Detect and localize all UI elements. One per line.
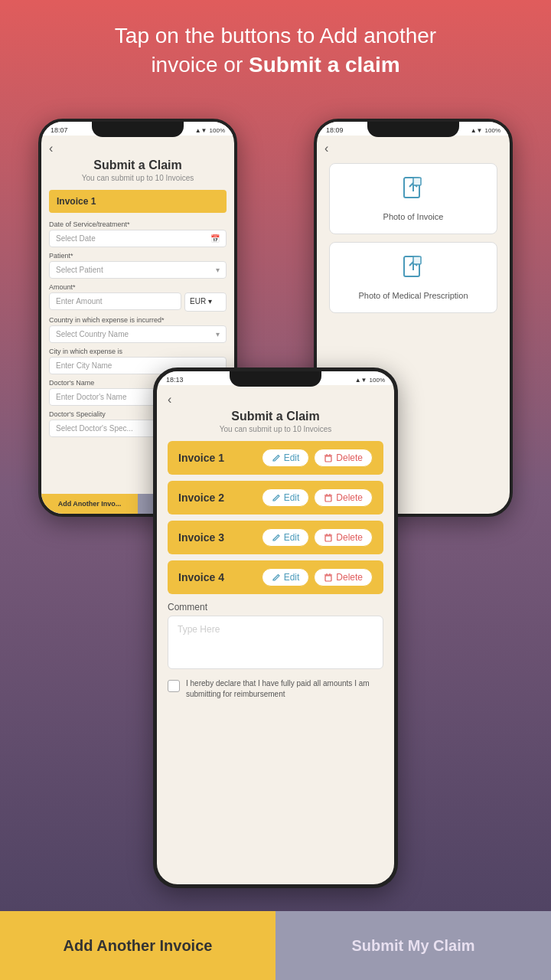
comment-label: Comment xyxy=(168,602,383,612)
declaration-text: I hereby declare that I have fully paid … xyxy=(186,678,383,700)
svg-rect-10 xyxy=(325,496,331,501)
invoice-3-btns: Edit Delete xyxy=(262,528,373,547)
phone2-back-btn[interactable]: ‹ xyxy=(324,142,502,155)
date-label: Date of Service/treatment* xyxy=(49,220,227,228)
date-input[interactable]: Select Date 📅 xyxy=(49,230,227,247)
currency-select[interactable]: EUR ▾ xyxy=(184,292,227,312)
invoice-row-2: Invoice 2 Edit Delete xyxy=(168,481,383,514)
invoice-row-1: Invoice 1 Edit Delete xyxy=(168,441,383,475)
svg-rect-5 xyxy=(413,256,421,264)
phone1-subtitle: You can submit up to 10 Invoices xyxy=(49,174,227,182)
invoice-1-label: Invoice 1 xyxy=(178,452,224,464)
upload-prescription-icon xyxy=(342,255,484,288)
invoice-2-edit-btn[interactable]: Edit xyxy=(262,488,310,507)
invoice-3-edit-btn[interactable]: Edit xyxy=(262,528,310,547)
invoice-1-edit-btn[interactable]: Edit xyxy=(262,449,310,467)
phone1-invoice-label: Invoice 1 xyxy=(49,190,227,213)
invoice-4-btns: Edit Delete xyxy=(262,568,373,586)
country-input[interactable]: Select Country Name ▾ xyxy=(49,325,227,343)
photo-prescription-label: Photo of Medical Prescription xyxy=(342,291,484,300)
invoice-3-delete-btn[interactable]: Delete xyxy=(314,528,373,547)
invoice-2-btns: Edit Delete xyxy=(262,488,373,507)
phone-notch-1 xyxy=(92,122,184,137)
invoice-row-3: Invoice 3 Edit Delete xyxy=(168,521,383,554)
invoice-list: Invoice 1 Edit Delete Invoice 2 xyxy=(168,441,383,594)
phone-mockup-3: 18:13 ▲▼ 100% ‹ Submit a Claim You can s… xyxy=(153,368,398,888)
phone1-back-btn[interactable]: ‹ xyxy=(49,142,227,155)
comment-input[interactable]: Type Here xyxy=(168,616,383,669)
phone3-content: ‹ Submit a Claim You can submit up to 10… xyxy=(157,385,394,877)
phone1-title: Submit a Claim xyxy=(49,158,227,172)
invoice-4-edit-btn[interactable]: Edit xyxy=(262,568,310,586)
upload-invoice-icon xyxy=(342,176,484,209)
svg-rect-6 xyxy=(325,456,331,462)
phone3-title: Submit a Claim xyxy=(168,410,383,423)
header-section: Tap on the buttons to Add another invoic… xyxy=(0,0,551,92)
svg-rect-2 xyxy=(413,178,421,185)
amount-label: Amount* xyxy=(49,283,227,291)
bottom-buttons: Add Another Invoice Submit My Claim xyxy=(0,911,551,980)
photo-prescription-box[interactable]: Photo of Medical Prescription xyxy=(329,242,497,313)
city-label: City in which expense is xyxy=(49,348,227,355)
photo-invoice-box[interactable]: Photo of Invoice xyxy=(329,163,497,234)
svg-rect-14 xyxy=(325,536,331,541)
invoice-4-label: Invoice 4 xyxy=(178,571,224,583)
invoice-1-delete-btn[interactable]: Delete xyxy=(314,449,373,467)
amount-input[interactable]: Enter Amount xyxy=(49,292,181,310)
comment-section: Comment Type Here xyxy=(168,602,383,669)
declaration-row: I hereby declare that I have fully paid … xyxy=(168,678,383,700)
declaration-checkbox[interactable] xyxy=(168,680,180,692)
country-label: Country in which expense is incurred* xyxy=(49,316,227,324)
submit-my-claim-button[interactable]: Submit My Claim xyxy=(276,911,551,980)
invoice-3-label: Invoice 3 xyxy=(178,531,224,544)
svg-rect-18 xyxy=(325,576,331,581)
photo-invoice-label: Photo of Invoice xyxy=(342,212,484,221)
phone-notch-2 xyxy=(367,122,459,137)
add-another-invoice-button[interactable]: Add Another Invoice xyxy=(0,911,276,980)
patient-label: Patient* xyxy=(49,252,227,260)
phone1-add-btn[interactable]: Add Another Invo... xyxy=(41,494,138,506)
phone-notch-3 xyxy=(230,371,321,387)
phone3-back-btn[interactable]: ‹ xyxy=(168,393,383,407)
phone3-subtitle: You can submit up to 10 Invoices xyxy=(168,425,383,433)
header-text: Tap on the buttons to Add another invoic… xyxy=(31,21,520,80)
invoice-2-label: Invoice 2 xyxy=(178,492,224,504)
invoice-1-btns: Edit Delete xyxy=(262,449,373,467)
invoice-2-delete-btn[interactable]: Delete xyxy=(314,488,373,507)
invoice-4-delete-btn[interactable]: Delete xyxy=(314,568,373,586)
patient-input[interactable]: Select Patient ▾ xyxy=(49,261,227,279)
invoice-row-4: Invoice 4 Edit Delete xyxy=(168,560,383,594)
